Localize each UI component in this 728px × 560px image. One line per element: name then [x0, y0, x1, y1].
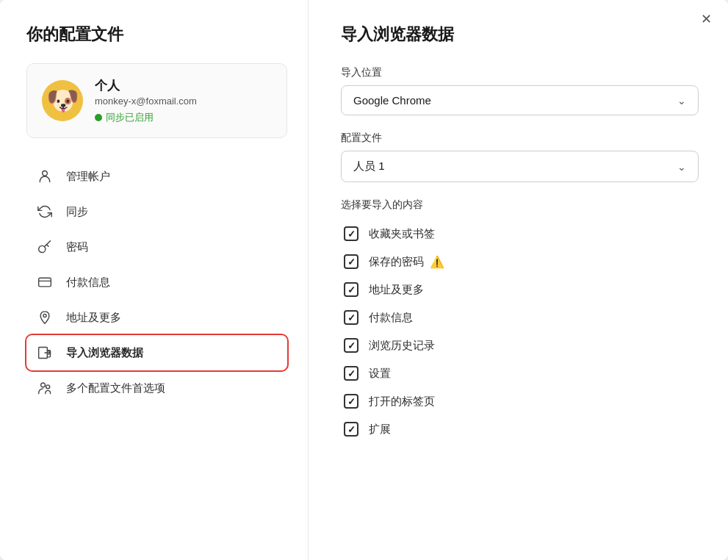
checkbox-label-addresses: 地址及更多 — [369, 283, 424, 297]
chevron-down-icon: ⌄ — [677, 95, 686, 107]
nav-item-manage-account[interactable]: 管理帐户 — [26, 159, 287, 194]
left-panel: 你的配置文件 🐶 个人 monkey-x@foxmail.com 同步已启用 管… — [0, 0, 309, 560]
person-icon — [37, 168, 53, 184]
profile-select[interactable]: 人员 1 ⌄ — [341, 151, 699, 182]
profile-label: 配置文件 — [341, 132, 699, 145]
svg-point-4 — [43, 314, 46, 317]
checkbox-payments[interactable]: ✓ — [344, 310, 358, 325]
profile-info: 个人 monkey-x@foxmail.com 同步已启用 — [95, 77, 197, 124]
avatar-emoji: 🐶 — [46, 87, 79, 114]
checkbox-settings[interactable]: ✓ — [344, 366, 358, 381]
checkbox-item-extensions[interactable]: ✓ 扩展 — [341, 417, 699, 441]
sync-dot-icon — [95, 114, 102, 121]
right-panel-title: 导入浏览器数据 — [341, 24, 699, 46]
profile-section: 配置文件 人员 1 ⌄ — [341, 132, 699, 182]
nav-label-sync: 同步 — [66, 205, 88, 219]
card-icon — [37, 274, 53, 290]
profile-value: 人员 1 — [353, 159, 385, 173]
sync-status: 同步已启用 — [95, 111, 197, 124]
nav-item-import[interactable]: 导入浏览器数据 — [26, 335, 287, 370]
checkbox-tabs[interactable]: ✓ — [344, 394, 358, 409]
checkbox-bookmarks[interactable]: ✓ — [344, 226, 358, 241]
close-button[interactable]: ✕ — [696, 9, 716, 29]
dialog: ✕ 你的配置文件 🐶 个人 monkey-x@foxmail.com 同步已启用… — [0, 0, 728, 560]
import-location-label: 导入位置 — [341, 66, 699, 79]
avatar: 🐶 — [42, 80, 83, 121]
checkbox-passwords[interactable]: ✓ — [344, 254, 358, 269]
checkmark-tabs: ✓ — [347, 396, 356, 407]
checkmark-addresses: ✓ — [347, 284, 356, 295]
nav-label-password: 密码 — [66, 240, 88, 254]
profile-name: 个人 — [95, 77, 197, 94]
checkbox-item-tabs[interactable]: ✓ 打开的标签页 — [341, 390, 699, 413]
location-icon — [37, 309, 53, 326]
svg-point-7 — [46, 385, 50, 389]
nav-label-profiles: 多个配置文件首选项 — [66, 381, 165, 395]
checkbox-item-passwords[interactable]: ✓ 保存的密码 ⚠️ — [341, 250, 699, 273]
sync-status-label: 同步已启用 — [106, 111, 154, 124]
checkbox-label-passwords: 保存的密码 ⚠️ — [369, 255, 444, 269]
left-panel-title: 你的配置文件 — [26, 24, 287, 46]
nav-item-profiles[interactable]: 多个配置文件首选项 — [26, 370, 287, 406]
svg-point-6 — [41, 383, 46, 387]
checkbox-list: ✓ 收藏夹或书签 ✓ 保存的密码 ⚠️ ✓ 地址及更多 ✓ 付 — [341, 222, 699, 441]
checkmark-extensions: ✓ — [347, 424, 356, 435]
profile-email: monkey-x@foxmail.com — [95, 96, 197, 107]
profiles-icon — [37, 380, 53, 396]
nav-label-address: 地址及更多 — [66, 311, 121, 325]
chevron-down-icon-profile: ⌄ — [677, 161, 686, 173]
checkbox-label-payments: 付款信息 — [369, 311, 413, 325]
checkbox-extensions[interactable]: ✓ — [344, 422, 358, 437]
key-icon — [37, 239, 53, 255]
checkbox-item-addresses[interactable]: ✓ 地址及更多 — [341, 278, 699, 301]
checkbox-item-bookmarks[interactable]: ✓ 收藏夹或书签 — [341, 222, 699, 245]
nav-list: 管理帐户 同步 密码 付款信息 地址及更多 导入浏览器数据 多个配置文件首选项 — [26, 159, 287, 406]
nav-item-password[interactable]: 密码 — [26, 229, 287, 265]
checkmark-bookmarks: ✓ — [347, 229, 356, 240]
nav-label-import: 导入浏览器数据 — [66, 346, 143, 360]
import-location-select[interactable]: Google Chrome ⌄ — [341, 85, 699, 115]
checkmark-settings: ✓ — [347, 368, 356, 379]
right-panel: 导入浏览器数据 导入位置 Google Chrome ⌄ 配置文件 人员 1 ⌄… — [309, 0, 728, 560]
sync-icon — [37, 204, 53, 220]
svg-rect-2 — [39, 278, 51, 287]
nav-label-payment: 付款信息 — [66, 276, 110, 290]
profile-card: 🐶 个人 monkey-x@foxmail.com 同步已启用 — [26, 63, 287, 138]
content-label: 选择要导入的内容 — [341, 198, 699, 212]
checkbox-addresses[interactable]: ✓ — [344, 282, 358, 297]
checkbox-label-extensions: 扩展 — [369, 423, 391, 437]
checkmark-payments: ✓ — [347, 312, 356, 323]
checkbox-item-settings[interactable]: ✓ 设置 — [341, 362, 699, 385]
import-location-section: 导入位置 Google Chrome ⌄ — [341, 66, 699, 115]
nav-item-sync[interactable]: 同步 — [26, 194, 287, 229]
nav-item-payment[interactable]: 付款信息 — [26, 265, 287, 300]
import-icon — [37, 345, 53, 361]
nav-label-manage-account: 管理帐户 — [66, 170, 110, 184]
checkbox-item-history[interactable]: ✓ 浏览历史记录 — [341, 334, 699, 357]
checkbox-history[interactable]: ✓ — [344, 338, 358, 353]
checkbox-label-history: 浏览历史记录 — [369, 339, 435, 353]
warning-icon: ⚠️ — [430, 255, 444, 269]
nav-item-address[interactable]: 地址及更多 — [26, 300, 287, 335]
content-section: 选择要导入的内容 ✓ 收藏夹或书签 ✓ 保存的密码 ⚠️ ✓ 地址及更多 — [341, 198, 699, 441]
checkbox-item-payments[interactable]: ✓ 付款信息 — [341, 306, 699, 329]
checkbox-label-tabs: 打开的标签页 — [369, 395, 435, 409]
checkbox-label-settings: 设置 — [369, 367, 391, 381]
import-location-value: Google Chrome — [353, 94, 431, 107]
svg-point-0 — [43, 171, 48, 176]
checkmark-history: ✓ — [347, 340, 356, 351]
checkmark-passwords: ✓ — [347, 256, 356, 268]
checkbox-label-bookmarks: 收藏夹或书签 — [369, 227, 435, 241]
